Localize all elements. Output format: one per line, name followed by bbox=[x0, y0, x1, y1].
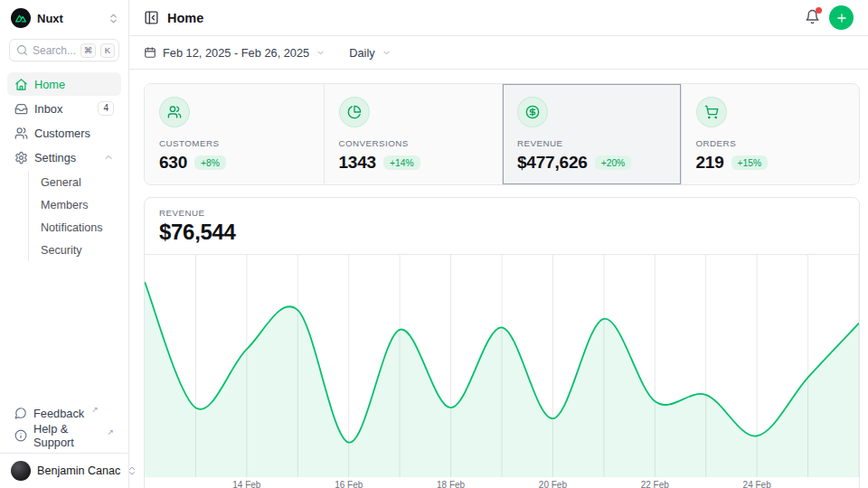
stat-label: REVENUE bbox=[517, 138, 666, 148]
sidebar-nav: Home Inbox 4 Customers Setting bbox=[7, 72, 121, 263]
settings-sub-list: General Members Notifications Security bbox=[28, 171, 121, 261]
users-icon bbox=[14, 127, 28, 140]
help-support-label: Help & Support bbox=[33, 422, 99, 449]
chart-x-axis: 14 Feb16 Feb18 Feb20 Feb22 Feb24 Feb bbox=[145, 477, 859, 488]
search-placeholder: Search... bbox=[33, 44, 76, 57]
stat-card-customers[interactable]: CUSTOMERS 630 +8% bbox=[145, 84, 324, 184]
add-button[interactable] bbox=[829, 5, 854, 30]
sidebar-item-settings[interactable]: Settings bbox=[7, 145, 121, 169]
filters-toolbar: Feb 12, 2025 - Feb 26, 2025 Daily bbox=[129, 36, 868, 70]
main-panel: Home Feb 12, 2025 - Feb 26, 2025 bbox=[129, 0, 868, 488]
collapse-sidebar-button[interactable] bbox=[144, 10, 159, 25]
stat-card-revenue[interactable]: REVENUE $477,626 +20% bbox=[502, 84, 681, 184]
sidebar-item-label: Customers bbox=[34, 127, 90, 140]
sidebar-item-inbox[interactable]: Inbox 4 bbox=[7, 97, 121, 120]
user-name: Benjamin Canac bbox=[37, 465, 120, 477]
date-range-value: Feb 12, 2025 - Feb 26, 2025 bbox=[163, 46, 309, 60]
sidebar-item-security[interactable]: Security bbox=[29, 239, 121, 261]
stat-value: 630 bbox=[159, 153, 187, 173]
calendar-icon bbox=[144, 46, 156, 59]
x-tick-label: 16 Feb bbox=[335, 480, 363, 488]
chart-header: REVENUE $76,544 bbox=[145, 198, 859, 255]
stat-delta-badge: +14% bbox=[383, 155, 420, 170]
sub-item-label: General bbox=[41, 176, 81, 189]
info-circle-icon bbox=[14, 429, 27, 442]
sub-item-label: Notifications bbox=[41, 221, 103, 234]
sidebar-user-section: Benjamin Canac bbox=[0, 453, 128, 488]
sidebar-item-home[interactable]: Home bbox=[7, 72, 121, 96]
workspace-switcher[interactable]: Nuxt bbox=[0, 0, 128, 35]
chart-metric-value: $76,544 bbox=[159, 220, 844, 245]
sidebar-item-label: Home bbox=[34, 78, 65, 91]
pie-chart-icon bbox=[339, 97, 370, 127]
nuxt-logo-icon bbox=[11, 8, 31, 28]
sidebar-item-label: Inbox bbox=[34, 102, 62, 116]
stat-delta-badge: +8% bbox=[194, 155, 226, 170]
feedback-link[interactable]: Feedback ↗ bbox=[7, 402, 121, 424]
inbox-icon bbox=[14, 102, 28, 116]
stat-label: CONVERSIONS bbox=[339, 138, 488, 148]
chevrons-up-down-icon bbox=[108, 13, 119, 24]
notification-dot bbox=[816, 7, 822, 14]
period-value: Daily bbox=[349, 46, 374, 60]
page-header: Home bbox=[129, 0, 868, 36]
chart-plot-area[interactable] bbox=[145, 255, 859, 477]
app-window: Nuxt Search... ⌘ K Home bbox=[0, 0, 868, 488]
sidebar-item-general[interactable]: General bbox=[29, 171, 121, 193]
period-select[interactable]: Daily bbox=[349, 46, 391, 60]
search-input[interactable]: Search... ⌘ K bbox=[9, 39, 119, 61]
x-tick-label: 24 Feb bbox=[743, 480, 771, 488]
sub-item-label: Security bbox=[41, 244, 82, 257]
help-support-link[interactable]: Help & Support ↗ bbox=[7, 425, 121, 446]
x-tick-label: 22 Feb bbox=[641, 480, 669, 488]
chevron-up-icon bbox=[103, 152, 114, 163]
feedback-label: Feedback bbox=[33, 407, 84, 420]
chart-metric-label: REVENUE bbox=[159, 208, 844, 218]
sidebar: Nuxt Search... ⌘ K Home bbox=[0, 0, 129, 488]
stat-value: $477,626 bbox=[517, 153, 588, 173]
dollar-circle-icon bbox=[517, 97, 548, 127]
x-tick-label: 18 Feb bbox=[437, 480, 465, 488]
gear-icon bbox=[14, 151, 28, 164]
revenue-area-chart bbox=[145, 255, 859, 477]
stat-label: ORDERS bbox=[696, 138, 845, 148]
workspace-name: Nuxt bbox=[37, 12, 101, 25]
external-link-icon: ↗ bbox=[107, 427, 114, 436]
sidebar-item-notifications[interactable]: Notifications bbox=[29, 216, 121, 239]
sidebar-item-members[interactable]: Members bbox=[29, 193, 121, 216]
kbd-meta: ⌘ bbox=[80, 43, 96, 58]
dashboard-content: CUSTOMERS 630 +8% CONVERSIONS 1343 +14% bbox=[129, 70, 868, 488]
stat-value: 1343 bbox=[339, 153, 376, 173]
stat-delta-badge: +15% bbox=[731, 155, 769, 170]
sub-item-label: Members bbox=[41, 199, 88, 211]
home-icon bbox=[14, 78, 28, 91]
chevron-down-icon bbox=[382, 48, 392, 58]
stat-card-conversions[interactable]: CONVERSIONS 1343 +14% bbox=[324, 84, 503, 184]
stat-card-orders[interactable]: ORDERS 219 +15% bbox=[681, 84, 860, 184]
page-title: Home bbox=[167, 11, 203, 25]
search-icon bbox=[16, 44, 28, 56]
x-tick-label: 20 Feb bbox=[539, 480, 567, 488]
sidebar-footer-links: Feedback ↗ Help & Support ↗ bbox=[0, 399, 128, 453]
revenue-chart-card: REVENUE $76,544 14 Feb16 Feb18 Feb20 Feb… bbox=[144, 197, 860, 488]
plus-icon bbox=[835, 12, 848, 24]
cart-icon bbox=[696, 97, 727, 127]
inbox-count-badge: 4 bbox=[98, 101, 114, 116]
stat-delta-badge: +20% bbox=[595, 155, 632, 170]
stat-value: 219 bbox=[696, 153, 724, 173]
chevron-down-icon bbox=[316, 48, 326, 58]
stats-grid: CUSTOMERS 630 +8% CONVERSIONS 1343 +14% bbox=[144, 83, 860, 185]
user-avatar bbox=[11, 461, 31, 481]
x-tick-label: 14 Feb bbox=[232, 480, 260, 488]
external-link-icon: ↗ bbox=[91, 405, 99, 414]
stat-label: CUSTOMERS bbox=[159, 138, 309, 148]
sidebar-item-label: Settings bbox=[34, 151, 76, 164]
kbd-k: K bbox=[100, 43, 115, 58]
users-icon bbox=[159, 97, 190, 127]
sidebar-item-customers[interactable]: Customers bbox=[7, 121, 121, 145]
chat-bubble-icon bbox=[14, 407, 27, 419]
date-range-picker[interactable]: Feb 12, 2025 - Feb 26, 2025 bbox=[144, 46, 326, 60]
user-menu-button[interactable]: Benjamin Canac bbox=[7, 458, 121, 483]
notifications-button[interactable] bbox=[805, 9, 820, 27]
